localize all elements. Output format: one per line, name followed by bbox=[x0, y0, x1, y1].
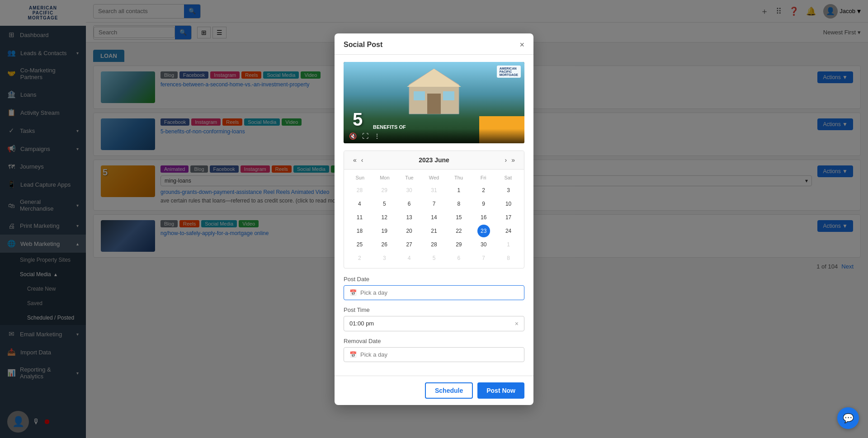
removal-date-label: Removal Date bbox=[344, 338, 524, 344]
dow-thu: Thu bbox=[446, 173, 471, 182]
calendar-weeks: 28 29 30 31 1 2 3 4 5 6 bbox=[348, 184, 520, 264]
cal-day[interactable]: 29 bbox=[378, 184, 391, 197]
cal-day[interactable]: 4 bbox=[403, 252, 415, 264]
svg-marker-1 bbox=[407, 69, 461, 87]
removal-date-input[interactable]: 📅 bbox=[344, 347, 524, 362]
cal-day[interactable]: 6 bbox=[403, 198, 415, 210]
post-date-field[interactable] bbox=[360, 289, 519, 296]
prev-year-button[interactable]: « bbox=[351, 155, 359, 165]
post-date-label: Post Date bbox=[344, 276, 524, 283]
calendar: « ‹ 2023 June › » Sun bbox=[344, 151, 524, 268]
cal-day[interactable]: 12 bbox=[378, 211, 391, 224]
modal-footer: Schedule Post Now bbox=[335, 376, 533, 405]
cal-day[interactable]: 28 bbox=[353, 184, 366, 197]
video-controls: 🔇 ⛶ ⋮ bbox=[344, 129, 524, 143]
video-fullscreen-button[interactable]: ⛶ bbox=[362, 132, 368, 140]
modal-overlay[interactable]: Social Post × bbox=[0, 0, 868, 438]
cal-day[interactable]: 3 bbox=[378, 252, 391, 264]
cal-day[interactable]: 14 bbox=[428, 211, 440, 224]
cal-day[interactable]: 3 bbox=[502, 184, 515, 197]
social-post-modal: Social Post × bbox=[335, 33, 533, 405]
cal-day[interactable]: 11 bbox=[353, 211, 366, 224]
video-mute-button[interactable]: 🔇 bbox=[349, 132, 357, 140]
removal-date-field[interactable] bbox=[360, 351, 519, 358]
post-time-group: Post Time 01:00 pm × bbox=[344, 306, 524, 331]
calendar-nav-right: › » bbox=[503, 155, 517, 165]
cal-week-5: 25 26 27 28 29 30 1 bbox=[348, 238, 520, 251]
cal-day[interactable]: 8 bbox=[453, 198, 465, 210]
svg-rect-3 bbox=[414, 91, 425, 100]
cal-day[interactable]: 7 bbox=[477, 252, 490, 264]
calendar-icon: 📅 bbox=[349, 289, 357, 296]
calendar-month: June bbox=[434, 156, 449, 164]
svg-rect-2 bbox=[427, 94, 441, 114]
cal-day[interactable]: 22 bbox=[453, 225, 465, 237]
cal-day[interactable]: 15 bbox=[453, 211, 465, 224]
cal-day[interactable]: 5 bbox=[378, 198, 391, 210]
dow-tue: Tue bbox=[397, 173, 422, 182]
chat-bubble-button[interactable]: 💬 bbox=[837, 407, 859, 429]
dow-mon: Mon bbox=[373, 173, 397, 182]
cal-day[interactable]: 13 bbox=[403, 211, 415, 224]
cal-day[interactable]: 30 bbox=[403, 184, 415, 197]
removal-date-group: Removal Date 📅 bbox=[344, 338, 524, 362]
modal-header: Social Post × bbox=[335, 33, 533, 55]
calendar-icon: 📅 bbox=[349, 351, 357, 358]
svg-rect-4 bbox=[443, 91, 454, 100]
cal-day[interactable]: 29 bbox=[453, 238, 465, 251]
modal-logo-overlay: AMERICAN PACIFIC MORTGAGE bbox=[497, 66, 521, 78]
cal-day[interactable]: 1 bbox=[453, 184, 465, 197]
dow-fri: Fri bbox=[471, 173, 496, 182]
cal-day[interactable]: 5 bbox=[428, 252, 440, 264]
next-month-button[interactable]: › bbox=[503, 155, 509, 165]
post-date-input[interactable]: 📅 bbox=[344, 285, 524, 300]
calendar-header: « ‹ 2023 June › » bbox=[344, 151, 524, 170]
cal-week-4: 18 19 20 21 22 23 24 bbox=[348, 225, 520, 237]
next-year-button[interactable]: » bbox=[509, 155, 517, 165]
cal-week-2: 4 5 6 7 8 9 10 bbox=[348, 198, 520, 210]
post-time-selector[interactable]: 01:00 pm × bbox=[344, 316, 524, 331]
cal-day[interactable]: 10 bbox=[502, 198, 515, 210]
modal-body: AMERICAN PACIFIC MORTGAGE 5 BENEFITS OF … bbox=[335, 55, 533, 376]
cal-day[interactable]: 21 bbox=[428, 225, 440, 237]
cal-day[interactable]: 24 bbox=[502, 225, 515, 237]
cal-day[interactable]: 8 bbox=[502, 252, 515, 264]
cal-day[interactable]: 20 bbox=[403, 225, 415, 237]
house-shape bbox=[405, 66, 463, 116]
cal-day[interactable]: 25 bbox=[353, 238, 366, 251]
cal-day[interactable]: 9 bbox=[477, 198, 490, 210]
post-now-button[interactable]: Post Now bbox=[477, 382, 524, 399]
modal-close-button[interactable]: × bbox=[519, 41, 524, 49]
cal-day[interactable]: 18 bbox=[353, 225, 366, 237]
video-more-button[interactable]: ⋮ bbox=[374, 132, 380, 140]
cal-day[interactable]: 26 bbox=[378, 238, 391, 251]
calendar-days-of-week: Sun Mon Tue Wed Thu Fri Sat bbox=[348, 173, 520, 182]
cal-week-3: 11 12 13 14 15 16 17 bbox=[348, 211, 520, 224]
cal-day[interactable]: 27 bbox=[403, 238, 415, 251]
cal-day[interactable]: 1 bbox=[502, 238, 515, 251]
cal-day[interactable]: 16 bbox=[477, 211, 490, 224]
dow-wed: Wed bbox=[422, 173, 447, 182]
post-time-clear-button[interactable]: × bbox=[515, 320, 519, 327]
cal-day[interactable]: 31 bbox=[428, 184, 440, 197]
cal-day-today[interactable]: 23 bbox=[477, 225, 490, 237]
cal-day[interactable]: 6 bbox=[453, 252, 465, 264]
dow-sat: Sat bbox=[495, 173, 520, 182]
cal-day[interactable]: 19 bbox=[378, 225, 391, 237]
prev-month-button[interactable]: ‹ bbox=[359, 155, 365, 165]
cal-day[interactable]: 2 bbox=[353, 252, 366, 264]
calendar-month-year: 2023 June bbox=[419, 156, 449, 164]
dow-sun: Sun bbox=[348, 173, 373, 182]
cal-day[interactable]: 28 bbox=[428, 238, 440, 251]
post-date-group: Post Date 📅 bbox=[344, 276, 524, 300]
cal-day[interactable]: 2 bbox=[477, 184, 490, 197]
cal-week-6: 2 3 4 5 6 7 8 bbox=[348, 252, 520, 264]
cal-day[interactable]: 7 bbox=[428, 198, 440, 210]
video-thumbnail: AMERICAN PACIFIC MORTGAGE 5 BENEFITS OF … bbox=[344, 62, 524, 143]
schedule-button[interactable]: Schedule bbox=[425, 382, 473, 399]
cal-day[interactable]: 30 bbox=[477, 238, 490, 251]
cal-day[interactable]: 4 bbox=[353, 198, 366, 210]
cal-day[interactable]: 17 bbox=[502, 211, 515, 224]
number-overlay: 5 bbox=[353, 109, 363, 130]
post-time-value: 01:00 pm bbox=[349, 320, 374, 327]
